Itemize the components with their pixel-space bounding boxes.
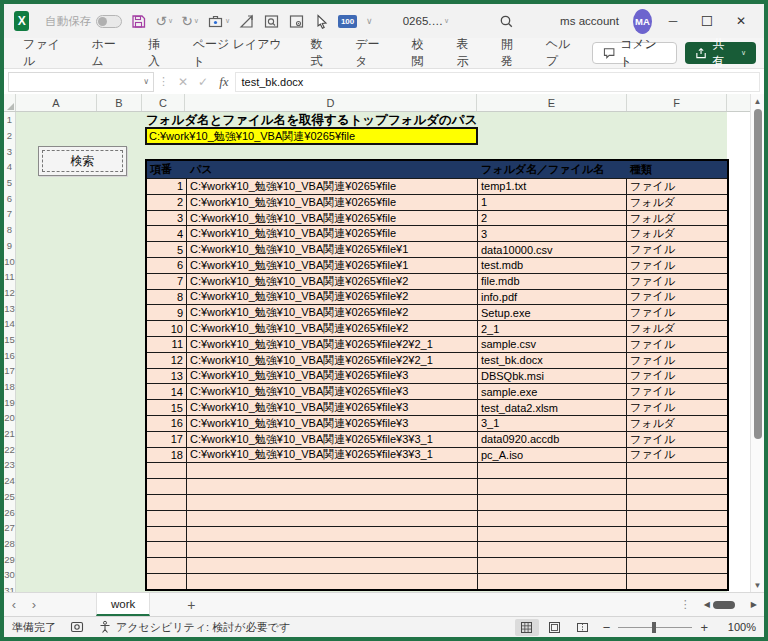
table-cell[interactable]: C:¥work¥10_勉強¥10_VBA関連¥0265¥file¥2¥2_1 xyxy=(187,353,478,368)
row-header-27[interactable]: 27 xyxy=(4,520,15,536)
scrollbar-resize-handle[interactable]: ⋮ xyxy=(680,598,691,611)
row-header-15[interactable]: 15 xyxy=(4,332,15,348)
table-cell[interactable]: 3 xyxy=(478,226,627,241)
table-cell[interactable]: C:¥work¥10_勉強¥10_VBA関連¥0265¥file¥1 xyxy=(187,258,478,273)
table-cell[interactable] xyxy=(627,463,727,478)
table-cell[interactable] xyxy=(627,558,727,573)
horizontal-scroll-thumb[interactable] xyxy=(713,601,735,609)
table-cell[interactable]: 6 xyxy=(147,258,187,273)
table-cell[interactable]: 13 xyxy=(147,369,187,384)
table-cell[interactable] xyxy=(627,495,727,510)
table-cell[interactable]: info.pdf xyxy=(478,290,627,305)
maximize-button[interactable]: ☐ xyxy=(690,6,724,36)
row-header-19[interactable]: 19 xyxy=(4,394,15,410)
table-cell[interactable] xyxy=(187,463,478,478)
table-cell[interactable]: 3 xyxy=(147,211,187,226)
zoom-100-button[interactable]: 100 xyxy=(338,15,357,28)
table-cell[interactable]: C:¥work¥10_勉強¥10_VBA関連¥0265¥file¥3¥3_1 xyxy=(187,448,478,463)
table-cell[interactable]: C:¥work¥10_勉強¥10_VBA関連¥0265¥file¥3 xyxy=(187,384,478,399)
table-cell[interactable]: sample.exe xyxy=(478,384,627,399)
table-cell[interactable] xyxy=(478,542,627,557)
column-header-C[interactable]: C xyxy=(142,94,185,111)
row-header-24[interactable]: 24 xyxy=(4,473,15,489)
row-header-3[interactable]: 3 xyxy=(4,143,15,159)
table-cell[interactable]: ファイル xyxy=(627,400,727,415)
table-cell[interactable]: test_data2.xlsm xyxy=(478,400,627,415)
table-cell[interactable] xyxy=(627,527,727,542)
table-cell[interactable]: test.mdb xyxy=(478,258,627,273)
table-cell[interactable] xyxy=(187,511,478,526)
table-cell[interactable]: ファイル xyxy=(627,305,727,320)
ribbon-tab-8[interactable]: 開発 xyxy=(490,38,535,68)
table-cell[interactable] xyxy=(147,479,187,494)
row-header-8[interactable]: 8 xyxy=(4,222,15,238)
table-cell[interactable]: 17 xyxy=(147,432,187,447)
table-cell[interactable]: フォルダ xyxy=(627,211,727,226)
zoom-slider[interactable] xyxy=(618,627,692,628)
row-header-26[interactable]: 26 xyxy=(4,504,15,520)
table-cell[interactable]: 18 xyxy=(147,448,187,463)
table-cell[interactable]: 2_1 xyxy=(478,321,627,336)
table-cell[interactable]: ファイル xyxy=(627,448,727,463)
column-header-B[interactable]: B xyxy=(97,94,142,111)
row-header-28[interactable]: 28 xyxy=(4,536,15,552)
table-cell[interactable]: 12 xyxy=(147,353,187,368)
row-header-31[interactable]: 31 xyxy=(4,583,15,592)
row-header-9[interactable]: 9 xyxy=(4,238,15,254)
table-cell[interactable]: 5 xyxy=(147,242,187,257)
row-header-29[interactable]: 29 xyxy=(4,551,15,567)
search-form-button[interactable]: 検索 xyxy=(38,146,127,176)
column-header-E[interactable]: E xyxy=(477,94,627,111)
table-cell[interactable]: C:¥work¥10_勉強¥10_VBA関連¥0265¥file¥3¥3_1 xyxy=(187,432,478,447)
table-cell[interactable] xyxy=(478,574,627,589)
row-header-10[interactable]: 10 xyxy=(4,253,15,269)
table-cell[interactable]: ファイル xyxy=(627,242,727,257)
ribbon-tab-2[interactable]: 挿入 xyxy=(137,38,182,68)
table-cell[interactable]: フォルダ xyxy=(627,195,727,210)
table-cell[interactable]: フォルダ xyxy=(627,416,727,431)
table-cell[interactable]: file.mdb xyxy=(478,274,627,289)
scroll-left-icon[interactable]: ◀ xyxy=(704,600,710,609)
row-header-18[interactable]: 18 xyxy=(4,379,15,395)
table-cell[interactable]: ファイル xyxy=(627,290,727,305)
ribbon-tab-5[interactable]: データ xyxy=(344,38,401,68)
row-header-14[interactable]: 14 xyxy=(4,316,15,332)
table-cell[interactable] xyxy=(147,495,187,510)
table-cell[interactable] xyxy=(147,463,187,478)
table-header-cell[interactable]: 項番 xyxy=(147,161,187,178)
table-cell[interactable]: C:¥work¥10_勉強¥10_VBA関連¥0265¥file xyxy=(187,226,478,241)
table-cell[interactable] xyxy=(147,574,187,589)
table-cell[interactable]: 10 xyxy=(147,321,187,336)
table-cell[interactable]: ファイル xyxy=(627,337,727,352)
table-cell[interactable] xyxy=(627,479,727,494)
row-header-11[interactable]: 11 xyxy=(4,269,15,285)
autosave-toggle[interactable] xyxy=(96,15,122,28)
insert-function-button[interactable]: fx xyxy=(219,74,228,90)
table-cell[interactable]: ファイル xyxy=(627,179,727,194)
table-header-cell[interactable]: パス xyxy=(187,161,478,178)
row-header-4[interactable]: 4 xyxy=(4,159,15,175)
comments-button[interactable]: コメント xyxy=(592,42,678,64)
undo-button[interactable]: ↺∨ xyxy=(155,13,173,29)
macro-record-button[interactable] xyxy=(70,620,84,634)
table-cell[interactable]: 3_1 xyxy=(478,416,627,431)
table-cell[interactable] xyxy=(187,495,478,510)
table-cell[interactable]: ファイル xyxy=(627,258,727,273)
row-header-7[interactable]: 7 xyxy=(4,206,15,222)
table-cell[interactable] xyxy=(478,511,627,526)
table-cell[interactable]: 15 xyxy=(147,400,187,415)
design-mode-button[interactable] xyxy=(238,13,255,30)
qat-overflow-button[interactable]: ∨ xyxy=(365,16,373,26)
table-cell[interactable] xyxy=(187,558,478,573)
table-cell[interactable]: 9 xyxy=(147,305,187,320)
ribbon-tab-4[interactable]: 数式 xyxy=(299,38,344,68)
table-cell[interactable]: C:¥work¥10_勉強¥10_VBA関連¥0265¥file¥2 xyxy=(187,321,478,336)
accessibility-status[interactable]: アクセシビリティ: 検討が必要です xyxy=(98,620,290,635)
page-layout-view-button[interactable] xyxy=(543,619,567,636)
table-cell[interactable]: C:¥work¥10_勉強¥10_VBA関連¥0265¥file¥2 xyxy=(187,290,478,305)
table-cell[interactable]: temp1.txt xyxy=(478,179,627,194)
page-break-view-button[interactable] xyxy=(571,619,595,636)
table-header-cell[interactable]: 種類 xyxy=(627,161,727,178)
normal-view-button[interactable] xyxy=(515,619,539,636)
row-header-16[interactable]: 16 xyxy=(4,347,15,363)
